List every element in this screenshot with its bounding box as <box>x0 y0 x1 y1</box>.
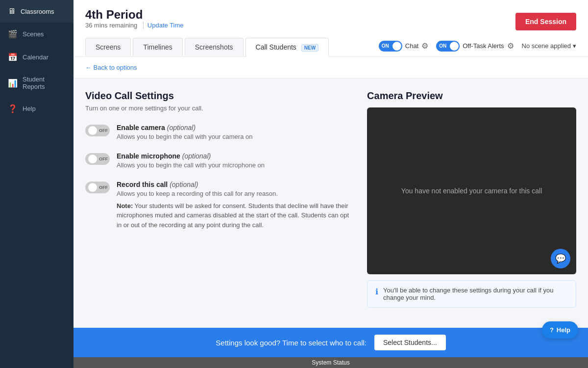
help-fab-label: Help <box>557 326 570 334</box>
time-remaining: 36 mins remaining Update Time <box>85 22 184 29</box>
system-status-bar: System Status <box>74 357 588 368</box>
settings-panel-subtitle: Turn on one or more settings for your ca… <box>85 105 355 112</box>
tab-timelines[interactable]: Timelines <box>133 38 182 56</box>
off-task-toggle[interactable]: ON <box>436 41 460 52</box>
toggle-circle-chat <box>392 42 401 51</box>
system-status-label: System Status <box>312 359 349 366</box>
end-session-button[interactable]: End Session <box>515 13 576 30</box>
chevron-down-icon: ▾ <box>573 42 576 50</box>
tab-call-students[interactable]: Call Students NEW <box>245 38 329 57</box>
scene-dropdown[interactable]: No scene applied ▾ <box>522 42 576 50</box>
chat-toggle[interactable]: ON <box>379 41 402 52</box>
header: 4th Period 36 mins remaining Update Time… <box>74 0 588 57</box>
tab-screenshots[interactable]: Screenshots <box>185 38 244 56</box>
off-task-toggle-group: ON Off-Task Alerts ⚙ <box>436 41 514 52</box>
chat-label: Chat <box>405 42 418 50</box>
chat-toggle-group: ON Chat ⚙ <box>379 41 428 52</box>
toggle-circle-off-task <box>450 42 459 51</box>
page-title: 4th Period <box>85 8 184 22</box>
camera-preview-panel: Camera Preview You have not enabled your… <box>367 90 576 316</box>
off-task-label: Off-Task Alerts <box>463 42 504 50</box>
sidebar-item-calendar[interactable]: 📅 Calendar <box>0 46 74 69</box>
camera-placeholder-text: You have not enabled your camera for thi… <box>401 187 542 195</box>
sidebar: 🖥 Classrooms 🎬 Scenes 📅 Calendar 📊 Stude… <box>0 0 74 368</box>
enable-microphone-toggle[interactable]: OFF <box>85 153 110 165</box>
classrooms-icon: 🖥 <box>8 7 16 16</box>
update-time-link[interactable]: Update Time <box>143 22 184 29</box>
microphone-setting-desc: Allows you to begin the call with your m… <box>117 161 265 169</box>
sidebar-item-scenes[interactable]: 🎬 Scenes <box>0 23 74 46</box>
chat-gear-icon[interactable]: ⚙ <box>421 41 428 51</box>
record-call-setting-title: Record this call (optional) <box>117 181 355 188</box>
bottom-bar: Settings look good? Time to select who t… <box>74 328 588 357</box>
camera-toggle-label: OFF <box>99 128 108 133</box>
record-call-setting: OFF Record this call (optional) Allows y… <box>85 181 355 230</box>
camera-setting-info: Enable camera (optional) Allows you to b… <box>117 124 252 140</box>
enable-microphone-setting: OFF Enable microphone (optional) Allows … <box>85 152 355 169</box>
enable-camera-toggle[interactable]: OFF <box>85 125 110 136</box>
record-call-setting-desc: Allows you to keep a recording of this c… <box>117 190 355 197</box>
camera-preview-area: You have not enabled your camera for thi… <box>367 107 576 274</box>
bottom-bar-message: Settings look good? Time to select who t… <box>216 339 367 347</box>
settings-panel-title: Video Call Settings <box>85 90 355 102</box>
video-call-settings-panel: Video Call Settings Turn on one or more … <box>85 90 355 316</box>
sidebar-item-help[interactable]: ❓ Help <box>0 97 74 120</box>
camera-setting-desc: Allows you to begin the call with your c… <box>117 133 252 140</box>
info-box-text: You'll be able to change these settings … <box>383 287 568 301</box>
record-call-note: Note: Your students will be asked for co… <box>117 201 355 230</box>
enable-camera-setting: OFF Enable camera (optional) Allows you … <box>85 124 355 140</box>
content-area: ← Back to options Video Call Settings Tu… <box>74 57 588 328</box>
camera-panel-title: Camera Preview <box>367 90 576 102</box>
scenes-icon: 🎬 <box>8 29 18 39</box>
calendar-icon: 📅 <box>8 53 18 62</box>
sidebar-item-student-reports[interactable]: 📊 Student Reports <box>0 69 74 97</box>
chat-fab-button[interactable]: 💬 <box>551 249 570 268</box>
main-area: 4th Period 36 mins remaining Update Time… <box>74 0 588 368</box>
help-fab-button[interactable]: ? Help <box>542 321 578 339</box>
back-link[interactable]: ← Back to options <box>74 57 588 79</box>
tab-screens[interactable]: Screens <box>85 38 131 56</box>
sidebar-item-classrooms[interactable]: 🖥 Classrooms <box>0 0 74 23</box>
record-call-toggle[interactable]: OFF <box>85 182 110 193</box>
camera-toggle-circle <box>88 126 97 135</box>
new-badge: NEW <box>301 44 318 52</box>
tab-controls: ON Chat ⚙ ON Off-Task Alerts ⚙ No scene … <box>379 41 576 56</box>
reports-icon: 📊 <box>8 79 18 88</box>
camera-setting-title: Enable camera (optional) <box>117 124 252 131</box>
info-icon: ℹ <box>375 287 378 296</box>
info-box: ℹ You'll be able to change these setting… <box>367 280 576 308</box>
chat-fab-icon: 💬 <box>555 253 566 264</box>
microphone-setting-title: Enable microphone (optional) <box>117 152 265 160</box>
content-grid: Video Call Settings Turn on one or more … <box>74 79 588 328</box>
off-task-gear-icon[interactable]: ⚙ <box>507 41 514 51</box>
help-fab-icon: ? <box>550 326 554 334</box>
select-students-button[interactable]: Select Students... <box>374 335 446 350</box>
tabs: Screens Timelines Screenshots Call Stude… <box>85 38 331 56</box>
help-icon: ❓ <box>8 104 18 113</box>
